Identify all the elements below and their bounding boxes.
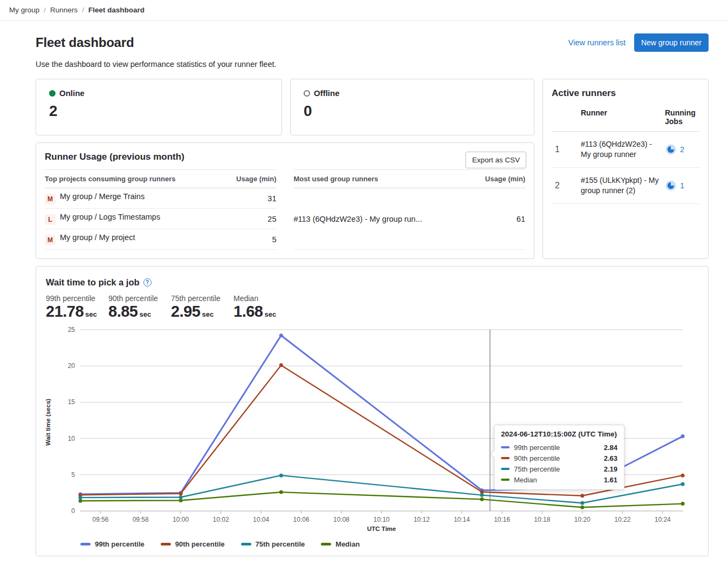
x-tick-label: 10:02	[213, 516, 229, 523]
data-point-median[interactable]	[681, 502, 685, 506]
x-tick-label: 10:10	[373, 516, 389, 523]
x-tick-label: 10:00	[173, 516, 189, 523]
breadcrumb: My group / Runners / Fleet dashboard	[0, 0, 728, 21]
stat-value: 1.68	[233, 303, 263, 320]
legend-label: 99th percentile	[95, 540, 145, 548]
top-projects-table: Top projects consuming group runners Usa…	[45, 169, 277, 250]
data-point-90th-percentile[interactable]	[580, 494, 584, 497]
project-name: My group / Logs Timestamps	[60, 213, 160, 221]
x-tick-label: 10:22	[614, 516, 630, 523]
stat-unit: sec	[202, 310, 214, 318]
stat-label: 99th percentile	[46, 294, 99, 303]
wait-time-chart[interactable]: 051015202509:5609:5810:0010:0210:0410:06…	[46, 325, 698, 539]
table-row: LMy group / Logs Timestamps 25	[45, 209, 277, 229]
series-swatch-median	[501, 479, 510, 481]
data-point-median[interactable]	[480, 497, 484, 501]
offline-status-icon	[304, 90, 310, 97]
project-avatar: M	[45, 194, 56, 204]
help-icon[interactable]: ?	[143, 278, 152, 287]
running-jobs-count[interactable]: 2	[680, 145, 684, 154]
runner-name: #155 (ULkKYpkpt) - My group runner (2)	[581, 175, 660, 196]
table-row: MMy group / Merge Trains 31	[45, 188, 277, 209]
x-axis-label: UTC Time	[80, 526, 683, 532]
stat-unit: sec	[85, 310, 97, 318]
tooltip-series-label: 90th percentile	[514, 454, 600, 462]
project-name: My group / Merge Trains	[60, 192, 145, 201]
active-runners-panel: Active runners Runner Running Jobs 1 #11…	[542, 79, 709, 259]
data-point-75th-percentile[interactable]	[580, 501, 584, 505]
y-tick-label: 25	[68, 326, 75, 333]
project-usage: 31	[222, 188, 277, 209]
y-tick-label: 0	[71, 507, 75, 515]
data-point-median[interactable]	[279, 490, 283, 494]
legend-swatch	[80, 543, 91, 545]
column-runner: Runner	[581, 108, 660, 126]
data-point-99th-percentile[interactable]	[681, 434, 685, 438]
running-jobs-count[interactable]: 1	[680, 181, 684, 190]
stat-unit: sec	[139, 310, 151, 318]
data-point-median[interactable]	[179, 499, 183, 502]
legend-item-75th-percentile[interactable]: 75th percentile	[241, 540, 305, 548]
breadcrumb-separator: /	[82, 6, 84, 14]
breadcrumb-fleet-dashboard: Fleet dashboard	[88, 6, 145, 14]
export-csv-button[interactable]: Export as CSV	[465, 152, 526, 168]
breadcrumb-my-group[interactable]: My group	[9, 6, 39, 14]
data-point-median[interactable]	[580, 506, 584, 509]
data-point-90th-percentile[interactable]	[179, 492, 183, 495]
project-usage: 25	[222, 209, 277, 229]
series-swatch-99th	[501, 446, 510, 448]
data-point-99th-percentile[interactable]	[279, 333, 283, 337]
breadcrumb-runners[interactable]: Runners	[50, 6, 78, 14]
new-group-runner-button[interactable]: New group runner	[634, 33, 709, 52]
offline-count: 0	[304, 103, 521, 120]
legend-label: Median	[335, 540, 360, 548]
y-tick-label: 5	[71, 471, 75, 479]
active-runner-row: 2 #155 (ULkKYpkpt) - My group runner (2)…	[552, 168, 699, 204]
runner-usage-title: Runner Usage (previous month)	[45, 152, 525, 162]
legend-item-99th-percentile[interactable]: 99th percentile	[80, 540, 145, 548]
y-axis-label: Wait time (secs)	[45, 376, 51, 468]
chart-legend: 99th percentile 90th percentile 75th per…	[80, 540, 698, 548]
page-header: Fleet dashboard View runners list New gr…	[36, 33, 709, 52]
view-runners-list-link[interactable]: View runners list	[568, 38, 626, 47]
wait-time-stats: 99th percentile 21.78sec 90th percentile…	[46, 294, 698, 320]
stat-value: 2.95	[171, 303, 200, 320]
data-point-75th-percentile[interactable]	[279, 474, 283, 478]
offline-runners-card: Offline 0	[290, 79, 534, 135]
runner-usage: 61	[470, 188, 525, 250]
legend-label: 75th percentile	[256, 540, 305, 548]
online-runners-card: Online 2	[36, 79, 282, 135]
legend-label: 90th percentile	[175, 540, 225, 548]
page-subtitle: Use the dashboard to view performance st…	[36, 60, 709, 69]
online-count: 2	[49, 103, 269, 120]
x-tick-label: 09:56	[92, 516, 108, 523]
usage-min-header: Usage (min)	[470, 170, 525, 188]
most-used-runners-table: Most used group runners Usage (min) #113…	[294, 169, 526, 250]
x-tick-label: 10:04	[253, 516, 269, 523]
legend-item-90th-percentile[interactable]: 90th percentile	[161, 540, 225, 548]
x-tick-label: 10:14	[454, 516, 470, 523]
stat-label: Median	[233, 294, 287, 303]
running-status-icon	[665, 144, 677, 155]
x-tick-label: 10:20	[574, 516, 590, 523]
usage-min-header: Usage (min)	[222, 170, 277, 188]
online-label: Online	[59, 88, 85, 98]
data-point-90th-percentile[interactable]	[681, 474, 685, 478]
stat-label: 75th percentile	[171, 294, 224, 303]
tooltip-title: 2024-06-12T10:15:00Z (UTC Time)	[501, 430, 617, 438]
tooltip-series-label: Median	[514, 476, 600, 484]
wait-time-title: Wait time to pick a job	[46, 277, 140, 288]
stat-value: 21.78	[46, 303, 84, 320]
data-point-90th-percentile[interactable]	[279, 363, 283, 367]
tooltip-series-label: 75th percentile	[514, 465, 600, 473]
data-point-75th-percentile[interactable]	[480, 493, 484, 497]
stat-unit: sec	[264, 310, 276, 318]
data-point-75th-percentile[interactable]	[179, 495, 183, 499]
data-point-median[interactable]	[79, 499, 83, 503]
legend-item-median[interactable]: Median	[321, 540, 360, 548]
chart-tooltip: 2024-06-12T10:15:00Z (UTC Time) 99th per…	[494, 425, 624, 490]
data-point-75th-percentile[interactable]	[79, 496, 83, 500]
stat-value: 8.85	[108, 303, 138, 320]
x-tick-label: 10:08	[333, 516, 349, 523]
data-point-75th-percentile[interactable]	[681, 482, 685, 486]
